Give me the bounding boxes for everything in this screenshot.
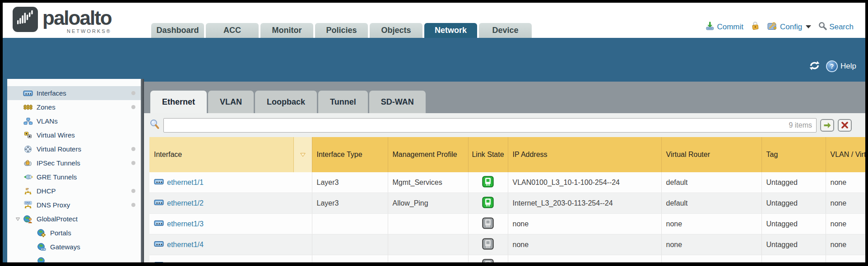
sidebar-item-gre-tunnels[interactable]: GRE Tunnels bbox=[7, 170, 141, 184]
subtab-ethernet[interactable]: Ethernet bbox=[150, 91, 207, 113]
sidebar-item-interfaces[interactable]: Interfaces bbox=[7, 86, 141, 100]
clear-filter-button[interactable] bbox=[838, 119, 852, 132]
sidebar-item-gateways[interactable]: Gateways bbox=[7, 240, 141, 254]
sidebar-item-vlans[interactable]: VLANs bbox=[7, 114, 141, 128]
top-bar: paloalto NETWORKS® DashboardACCMonitorPo… bbox=[3, 3, 865, 38]
nav-tab-acc[interactable]: ACC bbox=[206, 23, 259, 38]
cell-interface: ethernet1/1 bbox=[149, 172, 312, 193]
column-header-vlan-virtual-wire[interactable]: VLAN / Virtual-Wire bbox=[826, 137, 865, 172]
column-header-ip-address[interactable]: IP Address bbox=[508, 137, 661, 172]
sidebar-item-label: VLANs bbox=[37, 117, 58, 125]
column-header-interface[interactable]: Interface bbox=[149, 137, 312, 172]
sidebar-item-label: Gateways bbox=[50, 243, 80, 251]
commit-icon bbox=[705, 21, 715, 33]
sort-dropdown-icon[interactable] bbox=[293, 137, 312, 172]
nav-tab-dashboard[interactable]: Dashboard bbox=[151, 23, 204, 38]
interface-link[interactable]: ethernet1/1 bbox=[167, 179, 204, 187]
nav-tab-network[interactable]: Network bbox=[424, 23, 477, 38]
globe-icon bbox=[36, 257, 47, 263]
column-header-label: Interface bbox=[154, 151, 182, 158]
sidebar-item-zones[interactable]: Zones bbox=[7, 100, 141, 114]
filter-input[interactable] bbox=[163, 118, 817, 133]
sidebar-item-portals[interactable]: Portals bbox=[7, 226, 141, 240]
cell-profile bbox=[388, 255, 468, 263]
svg-text:IP: IP bbox=[26, 187, 29, 191]
chevron-down-icon bbox=[806, 25, 811, 28]
table-row: ethernet1/1Layer3Mgmt_ServicesVLAN0100_L… bbox=[149, 172, 865, 193]
cell-tag: Untagged bbox=[761, 255, 826, 263]
commit-label: Commit bbox=[717, 23, 743, 32]
column-header-management-profile[interactable]: Management Profile bbox=[388, 137, 468, 172]
sidebar-item-label: Virtual Wires bbox=[37, 131, 75, 139]
cell-type: Layer3 bbox=[312, 172, 388, 193]
cell-vlan: none bbox=[826, 214, 865, 234]
content-area: InterfacesZonesVLANsVirtual WiresVirtual… bbox=[3, 79, 865, 262]
sidebar-item-dhcp[interactable]: IPDHCP bbox=[7, 184, 141, 198]
cell-link-state bbox=[468, 234, 508, 255]
filter-input-wrap: 9 items bbox=[163, 118, 817, 133]
commit-button[interactable]: Commit bbox=[705, 21, 743, 33]
sidebar-item-label: Interfaces bbox=[37, 89, 66, 97]
cell-ip: none bbox=[508, 255, 661, 263]
brand-subname: NETWORKS® bbox=[67, 28, 111, 34]
column-header-tag[interactable]: Tag bbox=[761, 137, 826, 172]
dhcp-icon: IP bbox=[23, 187, 33, 195]
help-label[interactable]: Help bbox=[840, 62, 856, 71]
cell-tag: Untagged bbox=[761, 214, 826, 234]
subtab-sd-wan[interactable]: SD-WAN bbox=[369, 91, 426, 113]
sidebar-item-ipsec-tunnels[interactable]: IPSec Tunnels bbox=[7, 156, 141, 170]
nav-tab-device[interactable]: Device bbox=[479, 23, 532, 38]
cell-tag: Untagged bbox=[761, 234, 826, 255]
cell-tag: Untagged bbox=[761, 172, 826, 193]
cell-router: none bbox=[661, 214, 761, 234]
interface-link[interactable]: ethernet1/3 bbox=[167, 220, 204, 228]
cell-router: none bbox=[661, 255, 761, 263]
cell-router: default bbox=[661, 172, 761, 193]
status-dot bbox=[131, 161, 135, 165]
network-icon bbox=[23, 118, 33, 125]
table-row: ethernet1/4nonenoneUntaggednone bbox=[149, 234, 865, 255]
apply-filter-button[interactable] bbox=[820, 119, 834, 132]
brand-name: paloalto bbox=[42, 7, 111, 29]
nav-tab-monitor[interactable]: Monitor bbox=[260, 23, 313, 38]
sidebar-item-label: IPSec Tunnels bbox=[37, 159, 80, 167]
sidebar-item-dns-proxy[interactable]: DNSDNS Proxy bbox=[7, 198, 141, 212]
sidebar-item-item[interactable] bbox=[7, 254, 141, 262]
interfaces-table: InterfaceInterface TypeManagement Profil… bbox=[149, 137, 865, 262]
interface-link[interactable]: ethernet1/5 bbox=[167, 261, 204, 263]
sidebar-item-virtual-wires[interactable]: Virtual Wires bbox=[7, 128, 141, 142]
lock-button[interactable] bbox=[751, 21, 760, 33]
interface-icon bbox=[154, 179, 164, 187]
cell-link-state bbox=[468, 172, 508, 193]
sidebar-item-virtual-routers[interactable]: Virtual Routers bbox=[7, 142, 141, 156]
cell-link-state bbox=[468, 193, 508, 214]
brand-wordmark: paloalto NETWORKS® bbox=[42, 7, 111, 34]
interface-link[interactable]: ethernet1/2 bbox=[167, 199, 204, 207]
search-button[interactable]: Search bbox=[818, 22, 854, 32]
column-header-interface-type[interactable]: Interface Type bbox=[312, 137, 388, 172]
cell-vlan: none bbox=[826, 255, 865, 263]
column-header-virtual-router[interactable]: Virtual Router bbox=[661, 137, 761, 172]
interface-icon bbox=[154, 199, 164, 207]
column-header-link-state[interactable]: Link State bbox=[468, 137, 508, 172]
cell-vlan: none bbox=[826, 234, 865, 255]
refresh-icon[interactable] bbox=[808, 61, 821, 72]
config-menu[interactable]: Config bbox=[767, 21, 811, 33]
cell-link-state bbox=[468, 214, 508, 234]
interface-icon bbox=[154, 261, 164, 263]
nav-tab-policies[interactable]: Policies bbox=[315, 23, 368, 38]
interface-link[interactable]: ethernet1/4 bbox=[167, 241, 204, 249]
wires-icon bbox=[23, 132, 33, 138]
nav-tab-objects[interactable]: Objects bbox=[370, 23, 422, 38]
sidebar-splitter[interactable] bbox=[141, 79, 144, 262]
expander-triangle-icon[interactable] bbox=[15, 217, 23, 221]
fence-icon bbox=[23, 104, 33, 110]
utility-links: Commit Conf bbox=[705, 21, 854, 33]
subtab-vlan[interactable]: VLAN bbox=[208, 91, 254, 113]
sidebar-item-globalprotect[interactable]: GlobalProtect bbox=[7, 212, 141, 226]
cell-ip: VLAN0100_L3_10-1-100-254--24 bbox=[508, 172, 661, 193]
globe-gear-icon bbox=[36, 229, 47, 237]
subtab-tunnel[interactable]: Tunnel bbox=[318, 91, 368, 113]
help-icon[interactable]: ? bbox=[826, 60, 838, 72]
subtab-loopback[interactable]: Loopback bbox=[255, 91, 317, 113]
